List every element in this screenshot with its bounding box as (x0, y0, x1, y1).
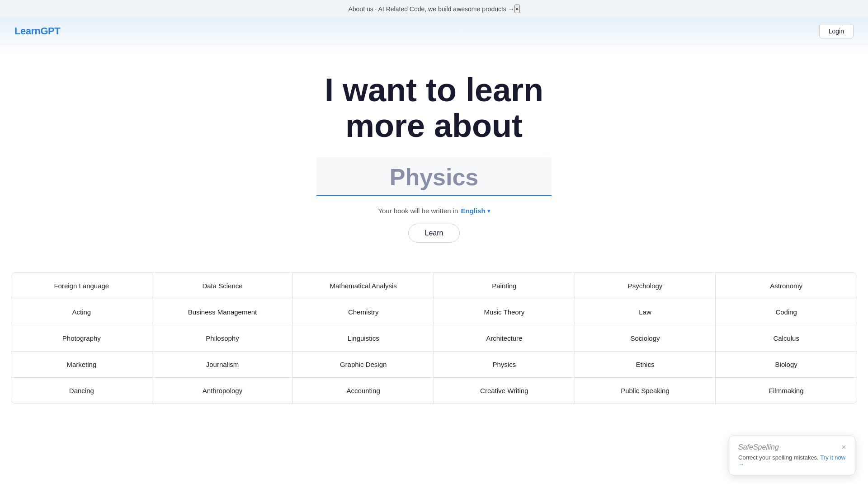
toast-logo: SafeSpelling (738, 443, 779, 451)
category-item[interactable]: Law (575, 299, 716, 325)
toast-header: SafeSpelling × (738, 443, 846, 451)
toast-body-text: Correct your spelling mistakes. (738, 454, 819, 461)
category-item[interactable]: Public Speaking (575, 378, 716, 404)
category-item[interactable]: Accounting (293, 378, 434, 404)
category-item[interactable]: Acting (11, 299, 152, 325)
category-item[interactable]: Coding (716, 299, 857, 325)
categories-grid: Foreign LanguageData ScienceMathematical… (11, 272, 857, 404)
chevron-down-icon: ▾ (487, 208, 490, 214)
hero-line2: more about (345, 108, 523, 144)
category-item[interactable]: Foreign Language (11, 273, 152, 299)
category-item[interactable]: Sociology (575, 325, 716, 352)
banner-text: About us · At Related Code, we build awe… (348, 5, 514, 13)
category-item[interactable]: Chemistry (293, 299, 434, 325)
category-item[interactable]: Physics (434, 352, 575, 378)
header: LearnGPT Login (0, 18, 868, 45)
language-value: English (461, 207, 485, 215)
login-button[interactable]: Login (819, 24, 854, 38)
language-label: Your book will be written in (378, 207, 458, 215)
category-item[interactable]: Business Management (152, 299, 293, 325)
logo: LearnGPT (14, 25, 60, 37)
logo-gpt: GPT (40, 25, 60, 37)
category-item[interactable]: Photography (11, 325, 152, 352)
category-item[interactable]: Data Science (152, 273, 293, 299)
topic-input[interactable] (316, 157, 552, 196)
toast-body: Correct your spelling mistakes. Try it n… (738, 454, 846, 468)
category-item[interactable]: Marketing (11, 352, 152, 378)
category-item[interactable]: Journalism (152, 352, 293, 378)
category-item[interactable]: Dancing (11, 378, 152, 404)
category-item[interactable]: Mathematical Analysis (293, 273, 434, 299)
hero-section: I want to learn more about Your book wil… (0, 45, 868, 256)
topic-input-wrapper (316, 157, 552, 196)
category-item[interactable]: Biology (716, 352, 857, 378)
hero-line1: I want to learn (325, 72, 543, 108)
category-item[interactable]: Creative Writing (434, 378, 575, 404)
category-item[interactable]: Calculus (716, 325, 857, 352)
safe-spelling-toast: SafeSpelling × Correct your spelling mis… (729, 436, 855, 475)
category-item[interactable]: Astronomy (716, 273, 857, 299)
category-item[interactable]: Ethics (575, 352, 716, 378)
category-item[interactable]: Architecture (434, 325, 575, 352)
category-item[interactable]: Filmmaking (716, 378, 857, 404)
banner-close-button[interactable]: × (514, 5, 520, 13)
language-row: Your book will be written in English ▾ (9, 207, 859, 215)
main-content: I want to learn more about Your book wil… (0, 45, 868, 404)
hero-title: I want to learn more about (9, 72, 859, 144)
category-item[interactable]: Philosophy (152, 325, 293, 352)
category-item[interactable]: Painting (434, 273, 575, 299)
category-item[interactable]: Graphic Design (293, 352, 434, 378)
learn-button[interactable]: Learn (408, 224, 460, 243)
category-item[interactable]: Music Theory (434, 299, 575, 325)
language-selector[interactable]: English ▾ (461, 207, 490, 215)
category-item[interactable]: Anthropology (152, 378, 293, 404)
category-item[interactable]: Linguistics (293, 325, 434, 352)
toast-close-button[interactable]: × (842, 444, 846, 451)
category-item[interactable]: Psychology (575, 273, 716, 299)
logo-learn: Learn (14, 25, 40, 37)
announcement-banner: About us · At Related Code, we build awe… (0, 0, 868, 18)
